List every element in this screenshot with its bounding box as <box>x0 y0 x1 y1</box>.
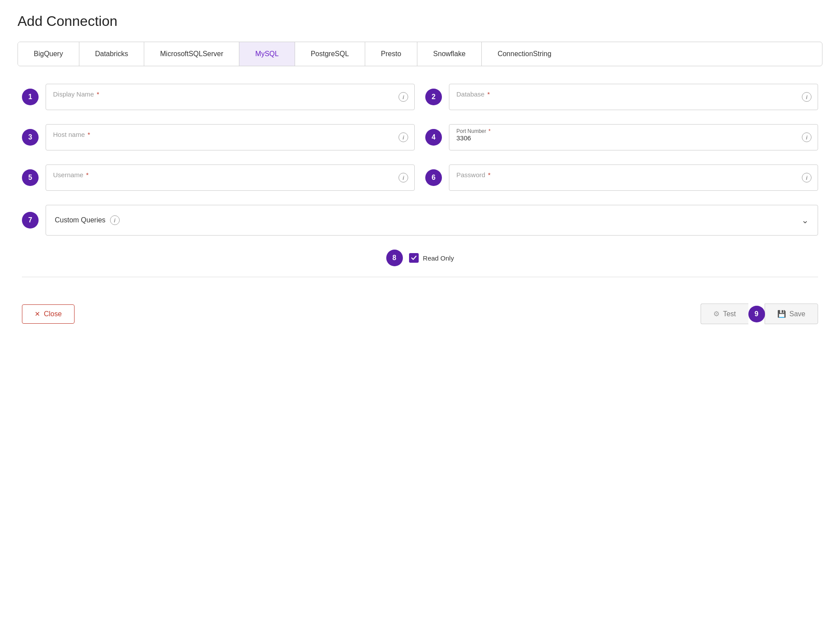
checkbox-icon[interactable] <box>409 253 419 263</box>
step-badge-5: 5 <box>22 169 39 186</box>
database-info-icon[interactable]: i <box>802 92 812 102</box>
required-star-3: * <box>88 131 90 138</box>
step-badge-6: 6 <box>425 169 442 186</box>
page-title: Add Connection <box>18 13 822 29</box>
read-only-checkbox-wrapper[interactable]: Read Only <box>409 253 454 263</box>
field-wrapper-display-name: 1 Display Name * i <box>22 84 415 110</box>
username-info-icon[interactable]: i <box>399 173 408 182</box>
row-3: 5 Username * i 6 Password * i <box>22 164 818 191</box>
test-button[interactable]: ⚙ Test <box>701 304 748 324</box>
save-disk-icon: 💾 <box>777 310 786 318</box>
step-badge-3: 3 <box>22 129 39 146</box>
port-value: 3306 <box>456 134 471 142</box>
port-label: Port Number * <box>456 128 491 134</box>
field-wrapper-port: 4 Port Number * 3306 i <box>425 124 818 150</box>
custom-queries-info-icon[interactable]: i <box>110 215 120 225</box>
tab-mysql[interactable]: MySQL <box>239 42 295 66</box>
field-wrapper-hostname: 3 Host name * i <box>22 124 415 150</box>
close-x-icon: ✕ <box>35 310 40 318</box>
step-badge-1: 1 <box>22 89 39 105</box>
step-badge-7: 7 <box>22 212 39 229</box>
field-wrapper-password: 6 Password * i <box>425 164 818 191</box>
row-2: 3 Host name * i 4 Port Number * 3306 i <box>22 124 818 150</box>
step-badge-9: 9 <box>748 306 765 322</box>
hostname-placeholder: Host name * <box>53 131 90 138</box>
hostname-info-icon[interactable]: i <box>399 132 408 142</box>
custom-queries-label: Custom Queries i <box>55 215 120 225</box>
test-label: Test <box>723 310 736 318</box>
tab-microsoftsqlserver[interactable]: MicrosoftSQLServer <box>144 42 239 66</box>
step-badge-2: 2 <box>425 89 442 105</box>
required-star-2: * <box>487 90 490 98</box>
save-button[interactable]: 💾 Save <box>765 304 818 324</box>
save-label: Save <box>790 310 805 318</box>
tab-presto[interactable]: Presto <box>365 42 417 66</box>
close-label: Close <box>44 310 62 318</box>
divider <box>22 277 818 277</box>
hostname-input[interactable]: Host name * i <box>46 124 415 150</box>
password-input[interactable]: Password * i <box>449 164 818 191</box>
database-input[interactable]: Database * i <box>449 84 818 110</box>
field-wrapper-database: 2 Database * i <box>425 84 818 110</box>
required-star-6: * <box>488 171 491 179</box>
display-name-input[interactable]: Display Name * i <box>46 84 415 110</box>
tab-snowflake[interactable]: Snowflake <box>417 42 482 66</box>
display-name-info-icon[interactable]: i <box>399 92 408 102</box>
bottom-bar: ✕ Close ⚙ Test 9 💾 Save <box>18 295 822 329</box>
form-section: 1 Display Name * i 2 Database * i 3 Host… <box>18 84 822 277</box>
field-wrapper-username: 5 Username * i <box>22 164 415 191</box>
right-buttons: ⚙ Test 9 💾 Save <box>701 304 818 324</box>
read-only-row: 8 Read Only <box>22 250 818 266</box>
row-1: 1 Display Name * i 2 Database * i <box>22 84 818 110</box>
tabs-container: BigQuery Databricks MicrosoftSQLServer M… <box>18 42 822 66</box>
username-placeholder: Username * <box>53 171 89 179</box>
required-star-1: * <box>97 90 100 98</box>
custom-queries-box[interactable]: Custom Queries i ⌄ <box>46 205 818 236</box>
port-info-icon[interactable]: i <box>802 132 812 142</box>
display-name-placeholder: Display Name * <box>53 90 99 98</box>
checkmark-icon <box>411 255 417 261</box>
password-placeholder: Password * <box>456 171 491 179</box>
save-button-wrapper: 9 💾 Save <box>748 304 818 324</box>
tab-postgresql[interactable]: PostgreSQL <box>295 42 365 66</box>
step-badge-4: 4 <box>425 129 442 146</box>
database-placeholder: Database * <box>456 90 490 98</box>
port-input[interactable]: Port Number * 3306 i <box>449 124 818 150</box>
custom-queries-wrapper: 7 Custom Queries i ⌄ <box>22 205 818 236</box>
gear-icon: ⚙ <box>713 310 719 318</box>
read-only-label: Read Only <box>423 254 454 262</box>
chevron-down-icon: ⌄ <box>801 215 809 225</box>
required-star-5: * <box>86 171 89 179</box>
password-info-icon[interactable]: i <box>802 173 812 182</box>
tab-bigquery[interactable]: BigQuery <box>18 42 79 66</box>
custom-queries-text: Custom Queries <box>55 216 106 224</box>
tab-databricks[interactable]: Databricks <box>79 42 145 66</box>
tab-connectionstring[interactable]: ConnectionString <box>482 42 567 66</box>
username-input[interactable]: Username * i <box>46 164 415 191</box>
required-star-4: * <box>488 128 491 134</box>
close-button[interactable]: ✕ Close <box>22 304 75 324</box>
step-badge-8: 8 <box>386 250 403 266</box>
